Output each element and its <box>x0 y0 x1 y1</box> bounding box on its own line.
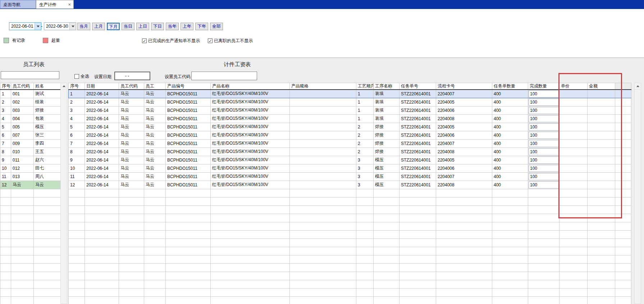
done-qty-input[interactable]: 100 <box>529 132 559 139</box>
done-qty-input[interactable]: 100 <box>529 123 559 131</box>
column-header[interactable]: 员工代码 <box>119 83 144 90</box>
wage-row[interactable]: 72022-06-14马云马云BCPHDO15011红毛管/DO15/SKY/4… <box>69 139 631 148</box>
wage-row-empty[interactable] <box>69 288 631 296</box>
tab-desktop-navigation[interactable]: 桌面导航 <box>0 0 36 9</box>
employee-row-empty[interactable] <box>0 214 61 222</box>
range-button[interactable]: 当年 <box>166 23 179 30</box>
employee-row-empty[interactable] <box>0 197 61 205</box>
date-from-dropdown-icon[interactable] <box>35 23 41 30</box>
column-header[interactable]: 金额 <box>588 83 615 90</box>
range-button[interactable]: 当月 <box>77 23 90 30</box>
done-qty-input[interactable]: 100 <box>529 181 559 189</box>
scroll-up-icon[interactable] <box>61 83 67 90</box>
done-qty-input[interactable]: 100 <box>529 148 559 155</box>
date-to-dropdown-icon[interactable] <box>69 23 76 30</box>
wage-row[interactable]: 82022-06-14马云马云BCPHDO15011红毛管/DO15/SKY/4… <box>69 148 631 156</box>
employee-row[interactable]: 7009李四 <box>0 139 61 148</box>
employee-row[interactable]: 1001测试 <box>0 90 61 98</box>
wage-row[interactable]: 112022-06-14马云马云BCPHDO15011红毛管/DO15/SKY/… <box>69 172 631 181</box>
employee-row-empty[interactable] <box>0 239 61 247</box>
column-header[interactable]: 流程卡号 <box>436 83 492 90</box>
wage-row[interactable]: 122022-06-14马云马云BCPHDO15011红毛管/DO15/SKY/… <box>69 181 631 189</box>
employee-row[interactable]: 6007张三 <box>0 131 61 139</box>
wage-scrollbar[interactable] <box>634 83 641 304</box>
range-button[interactable]: 下年 <box>195 23 208 30</box>
wage-row[interactable]: 52022-06-14马云马云BCPHDO15011红毛管/DO15/SKY/4… <box>69 123 631 131</box>
employee-row-empty[interactable] <box>0 263 61 272</box>
range-button[interactable]: 下日 <box>151 23 164 30</box>
column-header[interactable]: 工艺顺序 <box>356 83 374 90</box>
done-qty-input[interactable]: 100 <box>529 115 559 122</box>
range-button[interactable]: 全部 <box>210 23 223 30</box>
employee-row[interactable]: 4004包装 <box>0 114 61 123</box>
range-button[interactable]: 上日 <box>136 23 149 30</box>
hide-finished-checkbox[interactable]: ✓ <box>142 38 147 43</box>
close-tab-icon[interactable]: × <box>68 0 71 9</box>
employee-filter-input[interactable] <box>1 71 59 79</box>
scroll-up-icon[interactable] <box>635 83 641 90</box>
column-header[interactable]: 单价 <box>559 83 588 90</box>
wage-row[interactable]: 12022-06-14马云马云BCPHDO15011红毛管/DO15/SKY/4… <box>69 90 631 98</box>
column-header[interactable]: 日期 <box>85 83 119 90</box>
wage-row[interactable]: 62022-06-14马云马云BCPHDO15011红毛管/DO15/SKY/4… <box>69 131 631 139</box>
column-header[interactable]: 姓名 <box>34 83 61 90</box>
column-header[interactable]: 产品名称 <box>211 83 290 90</box>
wage-row[interactable]: 42022-06-14马云马云BCPHDO15011红毛管/DO15/SKY/4… <box>69 114 631 123</box>
range-button[interactable]: 上年 <box>181 23 193 30</box>
column-header[interactable]: 产品编号 <box>166 83 211 90</box>
employee-row[interactable]: 10012田七 <box>0 164 61 172</box>
wage-row[interactable]: 32022-06-14马云马云BCPHDO15011红毛管/DO15/SKY/4… <box>69 106 631 114</box>
employee-row-empty[interactable] <box>0 205 61 214</box>
wage-row-empty[interactable] <box>69 214 631 222</box>
employee-row-empty[interactable] <box>0 247 61 255</box>
column-header[interactable]: 工序名称 <box>374 83 399 90</box>
wage-row-empty[interactable] <box>69 280 631 288</box>
employee-row[interactable]: 12马云马云 <box>0 181 61 189</box>
wage-row[interactable]: 102022-06-14马云马云BCPHDO15011红毛管/DO15/SKY/… <box>69 164 631 172</box>
wage-row-empty[interactable] <box>69 272 631 280</box>
range-button[interactable]: 当日 <box>122 23 134 30</box>
wage-row[interactable]: 92022-06-14马云马云BCPHDO15011红毛管/DO15/SKY/4… <box>69 156 631 164</box>
wage-row-empty[interactable] <box>69 296 631 304</box>
select-all-checkbox[interactable] <box>74 74 79 79</box>
column-header[interactable]: 序号 <box>0 83 11 90</box>
date-from-combobox[interactable]: 2022-06-01 <box>9 22 41 30</box>
column-header[interactable]: 任务单号 <box>399 83 436 90</box>
column-header[interactable]: 序号 <box>69 83 85 90</box>
employee-row[interactable]: 8010王五 <box>0 148 61 156</box>
employee-row-empty[interactable] <box>0 222 61 230</box>
set-date-input[interactable]: - - <box>114 72 150 80</box>
wage-row-empty[interactable] <box>69 189 631 197</box>
column-header[interactable]: 任务单数量 <box>492 83 528 90</box>
done-qty-input[interactable]: 100 <box>529 90 559 97</box>
hide-resigned-checkbox[interactable]: ✓ <box>208 38 213 43</box>
wage-row-empty[interactable] <box>69 222 631 230</box>
range-button[interactable]: 下月 <box>107 23 120 30</box>
wage-row-empty[interactable] <box>69 230 631 239</box>
employee-row-empty[interactable] <box>0 272 61 280</box>
employee-row[interactable]: 5005模压 <box>0 123 61 131</box>
wage-row-empty[interactable] <box>69 263 631 272</box>
done-qty-input[interactable]: 100 <box>529 165 559 172</box>
employee-scrollbar[interactable] <box>60 83 67 304</box>
set-employee-code-input[interactable] <box>191 72 257 80</box>
employee-row[interactable]: 2002组装 <box>0 98 61 106</box>
employee-row-empty[interactable] <box>0 280 61 288</box>
wage-row-empty[interactable] <box>69 197 631 205</box>
done-qty-input[interactable]: 100 <box>529 140 559 147</box>
employee-row-empty[interactable] <box>0 296 61 304</box>
wage-row-empty[interactable] <box>69 247 631 255</box>
column-header[interactable]: 员工 <box>144 83 166 90</box>
wage-row-empty[interactable] <box>69 255 631 263</box>
done-qty-input[interactable]: 100 <box>529 107 559 114</box>
date-to-combobox[interactable]: 2022-06-30 <box>44 22 76 30</box>
done-qty-input[interactable]: 100 <box>529 156 559 164</box>
employee-row-empty[interactable] <box>0 255 61 263</box>
column-header[interactable]: 产品规格 <box>290 83 356 90</box>
done-qty-input[interactable]: 100 <box>529 173 559 180</box>
employee-row-empty[interactable] <box>0 189 61 197</box>
column-header[interactable]: 完成数量 <box>528 83 559 90</box>
wage-row-empty[interactable] <box>69 205 631 214</box>
wage-row[interactable]: 22022-06-14马云马云BCPHDO15011红毛管/DO15/SKY/4… <box>69 98 631 106</box>
column-header[interactable]: 员工代码 <box>11 83 34 90</box>
